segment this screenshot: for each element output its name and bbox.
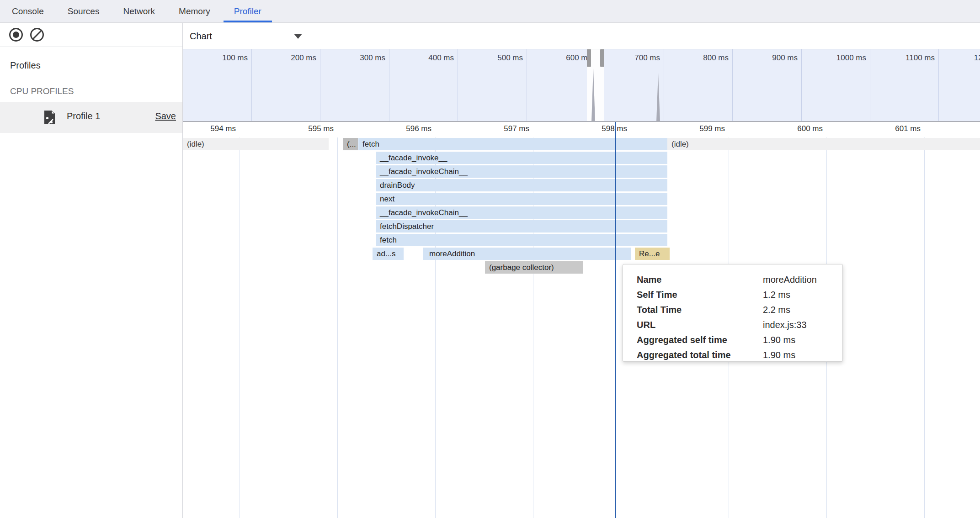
record-dot-icon [13,32,19,38]
tab-sources[interactable]: Sources [56,0,112,22]
save-profile-link[interactable]: Save [155,111,176,122]
tooltip-row: Self Time1.2 ms [637,287,842,302]
overview-gridline [320,49,320,122]
profiler-panel: Console Sources Network Memory Profiler … [0,0,980,518]
tooltip-row-value: 1.90 ms [763,335,842,345]
cpu-activity-spike [591,69,595,122]
profile-name: Profile 1 [67,111,100,122]
ruler-tick-label: 599 ms [666,124,725,133]
profile-document-icon [43,110,56,125]
tooltip-row-value: 1.90 ms [763,350,842,360]
tooltip-row-label: URL [637,320,763,330]
overview-tick-label: 500 ms [463,53,523,63]
flame-chart-area[interactable]: (idle)(...fetch(idle)__facade_invoke____… [183,122,980,518]
timeline-overview[interactable]: 100 ms200 ms300 ms400 ms500 ms600 ms700 … [183,49,980,122]
chevron-down-icon [294,34,302,39]
overview-gridline [938,49,939,122]
overview-gridline [527,49,527,122]
record-icon[interactable] [9,28,23,42]
ruler-tick-label: 597 ms [470,124,529,133]
overview-tick-label: 200 ms [257,53,316,63]
tooltip-row-label: Name [637,275,763,285]
overview-tick-label: 900 ms [738,53,798,63]
tab-network[interactable]: Network [111,0,167,22]
clear-slash-icon [32,29,42,40]
tooltip-row: URLindex.js:33 [637,317,842,333]
profiles-sidebar: Profiles CPU PROFILES Profile 1 Save [0,47,182,518]
frame-details-tooltip: NamemoreAdditionSelf Time1.2 msTotal Tim… [623,264,843,362]
overview-tick-label: 300 ms [326,53,385,63]
tab-profiler[interactable]: Profiler [222,0,273,22]
overview-tick-label: 800 ms [669,53,729,63]
overview-gridline [664,49,664,122]
tooltip-row: Total Time2.2 ms [637,302,842,317]
flame-bar[interactable]: fetch [358,138,667,150]
tooltip-row-value: moreAddition [763,275,842,285]
overview-tick-label: 700 ms [601,53,660,63]
overview-gridline [801,49,802,122]
cpu-profiles-section-header: CPU PROFILES [10,86,74,96]
detail-time-ruler: 594 ms595 ms596 ms597 ms598 ms599 ms600 … [183,122,980,137]
flame-bar[interactable]: next [376,193,667,205]
tooltip-row-label: Self Time [637,290,763,300]
flame-bar[interactable]: drainBody [376,179,667,191]
overview-tick-label: 1100 ms [875,53,935,63]
flame-bar[interactable]: Re...e [635,248,670,260]
flame-bar[interactable]: (... [343,138,358,150]
tooltip-row-label: Aggregated total time [637,350,763,360]
tooltip-row-label: Total Time [637,305,763,315]
tooltip-row: Aggregated total time1.90 ms [637,348,842,363]
tooltip-row-label: Aggregated self time [637,335,763,345]
overview-tick-label: 1000 ms [807,53,866,63]
tooltip-row: Aggregated self time1.90 ms [637,333,842,348]
flame-bar[interactable]: __facade_invokeChain__ [376,206,667,219]
overview-tick-label: 600 ms [532,53,591,63]
flame-bar[interactable]: (idle) [667,138,980,150]
tab-console[interactable]: Console [0,0,56,22]
ruler-tick-label: 594 ms [176,124,236,133]
overview-gridline [458,49,458,122]
selection-handle-left[interactable] [587,49,591,67]
overview-tick-label: 100 ms [188,53,248,63]
tooltip-row: NamemoreAddition [637,272,842,287]
flame-bar[interactable]: __facade_invoke__ [376,152,667,164]
tab-memory[interactable]: Memory [167,0,222,22]
ruler-tick-label: 596 ms [372,124,431,133]
view-mode-row: Chart [183,23,980,49]
chart-view-select[interactable]: Chart [190,28,302,44]
ruler-tick-label: 598 ms [568,124,627,133]
detail-gridline [924,122,925,518]
playhead-marker [615,122,616,518]
flame-bar[interactable]: fetch [376,234,667,246]
ruler-tick-label: 595 ms [274,124,334,133]
profile-list-item[interactable]: Profile 1 Save [0,102,182,133]
profiler-toolbar [0,23,182,47]
selection-handle-right[interactable] [600,49,604,67]
overview-tick-label: 400 ms [394,53,454,63]
devtools-tabbar: Console Sources Network Memory Profiler [0,0,980,23]
detail-gridline [240,122,240,518]
clear-icon[interactable] [30,28,44,42]
overview-gridline [732,49,733,122]
flame-bar[interactable]: fetchDispatcher [376,220,667,233]
cpu-activity-spike [656,73,660,122]
overview-gridline [251,49,252,122]
overview-tick-label: 1200 ms [944,53,980,63]
profiles-header: Profiles [10,60,41,71]
flame-bar[interactable]: (idle) [183,138,329,150]
flame-bar[interactable]: __facade_invokeChain__ [376,165,667,178]
tooltip-row-value: index.js:33 [763,320,842,330]
chart-view-value: Chart [190,31,212,42]
overview-gridline [870,49,870,122]
ruler-tick-label: 600 ms [763,124,823,133]
tooltip-row-value: 2.2 ms [763,305,842,315]
overview-gridline [389,49,389,122]
flame-bar[interactable]: moreAddition [423,248,631,260]
detail-gridline [337,122,338,518]
flame-bar[interactable]: ad...s [373,248,404,260]
tooltip-row-value: 1.2 ms [763,290,842,300]
flame-bar[interactable]: (garbage collector) [485,261,583,274]
ruler-tick-label: 601 ms [861,124,921,133]
